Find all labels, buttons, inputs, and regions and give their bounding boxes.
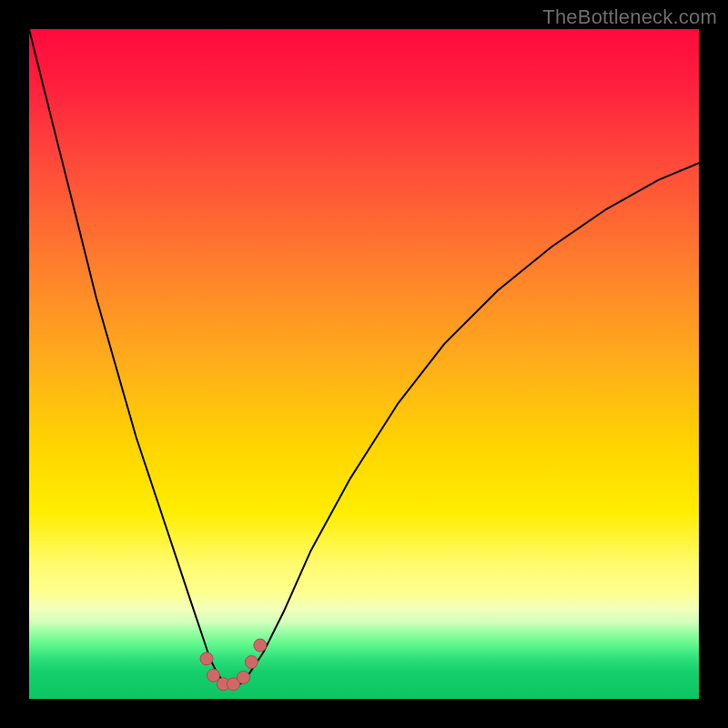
marker-dot: [254, 639, 267, 652]
watermark-text: TheBottleneck.com: [542, 5, 717, 29]
bottleneck-curve: [29, 29, 699, 685]
chart-frame: TheBottleneck.com: [0, 0, 728, 728]
chart-svg: [29, 29, 699, 699]
plot-area: [29, 29, 699, 699]
marker-dot: [238, 671, 250, 683]
curve-markers: [200, 639, 267, 691]
marker-dot: [207, 669, 219, 682]
marker-dot: [200, 652, 213, 665]
marker-dot: [245, 656, 258, 669]
